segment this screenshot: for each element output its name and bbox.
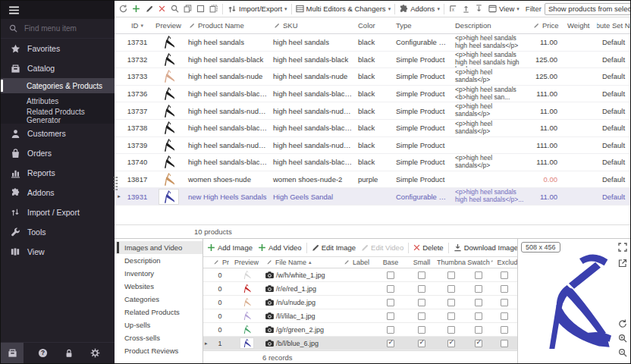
images-column-header-swatch[interactable]: Swatch	[466, 259, 491, 266]
duplicate-button[interactable]	[207, 2, 220, 15]
sidebar-item-catalog[interactable]: Catalog	[1, 58, 115, 78]
tab-description[interactable]: Description	[115, 254, 202, 267]
small-checkbox[interactable]	[418, 312, 425, 320]
pencil-button[interactable]	[143, 2, 155, 15]
exclude-checkbox[interactable]	[501, 285, 508, 293]
swatch-checkbox[interactable]	[475, 285, 482, 293]
filter-select[interactable]: Show products from selected categories▾	[545, 3, 630, 15]
image-row[interactable]: ▸1/b/l/blue_6.jpg	[203, 337, 517, 350]
exclude-checkbox[interactable]	[501, 271, 508, 279]
table-row[interactable]: 13732high heel sandals-blackhigh heel sa…	[115, 52, 630, 69]
images-column-header-exclude[interactable]: Exclude	[491, 259, 517, 266]
images-column-header-label[interactable]: Label	[341, 259, 375, 266]
import-export-menu-button[interactable]: Import/Export▾	[225, 5, 290, 14]
open-external-icon[interactable]	[618, 259, 627, 268]
swatch-checkbox[interactable]	[475, 340, 482, 347]
lock-button[interactable]	[58, 349, 80, 358]
refresh-button[interactable]	[117, 2, 130, 15]
grid-column-header-product-name[interactable]: Product Name	[186, 21, 271, 30]
thumbnail-checkbox[interactable]	[447, 312, 455, 320]
small-checkbox[interactable]	[418, 285, 425, 293]
collapse-rows-button[interactable]	[472, 2, 485, 15]
image-row[interactable]: 0/l/i/lilac_1.jpg	[203, 309, 517, 323]
grid-column-header-attribute-set-name[interactable]: Attribute Set Name	[597, 21, 630, 30]
sidebar-item-tools[interactable]: Tools	[1, 222, 115, 242]
thumbnail-checkbox[interactable]	[447, 340, 455, 347]
addons-menu-button[interactable]: Addons▾	[397, 5, 442, 14]
base-checkbox[interactable]	[387, 326, 394, 334]
tab-cross-sells[interactable]: Cross-sells	[115, 331, 202, 344]
plus-button[interactable]	[130, 2, 143, 15]
panel-splitter-grip[interactable]	[114, 177, 118, 190]
grid-column-header-id[interactable]: ID▾	[124, 21, 151, 30]
swatch-checkbox[interactable]	[475, 271, 482, 279]
search-input[interactable]	[23, 24, 99, 33]
magnifier-button[interactable]	[168, 2, 181, 15]
help-button[interactable]: ?	[31, 348, 54, 358]
image-row[interactable]: 0/g/r/green_2.jpg	[203, 323, 517, 337]
multi-editors-changers-menu-button[interactable]: Multi Editors & Changers▾	[294, 5, 394, 13]
tab-websites[interactable]: Websites	[115, 280, 202, 293]
small-checkbox[interactable]	[418, 326, 425, 334]
base-checkbox[interactable]	[387, 271, 394, 279]
images-column-header-small[interactable]: Small	[407, 259, 437, 266]
exclude-checkbox[interactable]	[501, 326, 508, 334]
images-column-header-thumbna[interactable]: Thumbna	[437, 259, 466, 266]
images-column-header-file-name[interactable]: File Name▴	[264, 259, 341, 266]
grid-column-header-preview[interactable]: Preview	[151, 21, 186, 30]
sidebar-item-favorites[interactable]: Favorites	[1, 39, 115, 58]
table-row[interactable]: ▸13931new High Heels SandalsHigh Geels S…	[115, 188, 630, 206]
hamburger-menu-icon[interactable]	[8, 6, 20, 14]
tab-images-and-video[interactable]: Images and Video	[115, 241, 202, 254]
exclude-checkbox[interactable]	[501, 340, 508, 347]
x-mark-button[interactable]	[155, 2, 168, 15]
images-column-header-pr-[interactable]: Pr...	[211, 259, 229, 266]
swatch-checkbox[interactable]	[475, 299, 482, 306]
image-row[interactable]: 0/n/u/nude.jpg	[203, 296, 517, 309]
table-row[interactable]: 13738high heel sandals-black-37high heel…	[115, 120, 630, 137]
field-chooser-button[interactable]: x	[447, 2, 460, 15]
table-row[interactable]: 13740high heel sandals-black-38high heel…	[115, 154, 630, 171]
copy-button[interactable]	[181, 2, 194, 15]
sidebar-item-import-export[interactable]: Import / Export	[1, 202, 115, 222]
sidebar-item-related-products-generator[interactable]: Related Products Generator	[1, 108, 115, 124]
sidebar-item-categories-products[interactable]: Categories & Products	[1, 78, 115, 93]
base-checkbox[interactable]	[387, 312, 394, 320]
table-row[interactable]: 13736high heel sandals-black-36high heel…	[115, 86, 630, 103]
image-row[interactable]: 0/w/h/white_1.jpg	[203, 268, 517, 282]
grid-column-header-color[interactable]: Color	[356, 21, 394, 30]
table-row[interactable]: 13731high heel sandalshigh heel sandalsb…	[115, 34, 630, 52]
tab-inventory[interactable]: Inventory	[115, 267, 202, 280]
store-box-icon[interactable]	[1, 343, 24, 363]
table-row[interactable]: 13817women shoes-nudewomen shoes-nude-2p…	[115, 171, 630, 189]
grid-column-header-type[interactable]: Type	[394, 21, 453, 30]
swatch-checkbox[interactable]	[475, 312, 482, 320]
small-checkbox[interactable]	[418, 340, 425, 347]
view-menu-button[interactable]: View▾	[486, 5, 522, 13]
images-column-header-base[interactable]: Base	[375, 259, 407, 266]
expand-rows-button[interactable]	[460, 2, 472, 15]
add-image-button[interactable]: Add Image	[205, 243, 255, 252]
checkbox-button[interactable]	[194, 2, 207, 15]
image-row[interactable]: 0/r/e/red_1.jpg	[203, 282, 517, 296]
exclude-checkbox[interactable]	[501, 312, 508, 320]
sidebar-item-addons[interactable]: Addons	[1, 183, 115, 202]
thumbnail-checkbox[interactable]	[447, 326, 455, 334]
thumbnail-checkbox[interactable]	[447, 299, 455, 306]
sidebar-item-reports[interactable]: Reports	[1, 163, 115, 183]
swatch-checkbox[interactable]	[475, 326, 482, 334]
small-checkbox[interactable]	[418, 271, 425, 279]
add-video-button[interactable]: Add Video	[256, 243, 304, 252]
table-row[interactable]: 13737high heel sandals-nude-36high heel …	[115, 102, 630, 120]
sidebar-item-view[interactable]: View	[1, 242, 115, 262]
tab-categories[interactable]: Categories	[115, 293, 202, 306]
grid-column-header-description[interactable]: Description	[453, 21, 530, 30]
base-checkbox[interactable]	[387, 285, 394, 293]
small-checkbox[interactable]	[418, 299, 425, 306]
fullscreen-icon[interactable]	[618, 243, 627, 252]
rotate-icon[interactable]	[618, 319, 627, 328]
base-checkbox[interactable]	[387, 299, 394, 306]
sidebar-item-attributes[interactable]: Attributes	[1, 93, 115, 108]
tab-up-sells[interactable]: Up-sells	[115, 318, 202, 331]
zoom-in-icon[interactable]	[618, 334, 627, 343]
